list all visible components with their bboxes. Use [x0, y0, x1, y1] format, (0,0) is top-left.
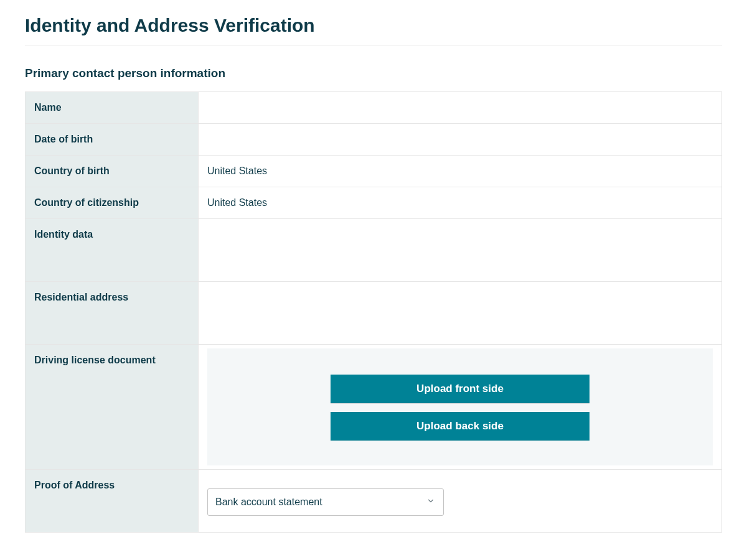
contact-info-table: Name Date of birth Country of birth Unit…: [25, 91, 722, 533]
value-identity-data: [199, 219, 721, 281]
row-driving-license: Driving license document Upload front si…: [26, 345, 721, 470]
label-country-citizenship: Country of citizenship: [26, 187, 199, 218]
value-name: [199, 92, 721, 123]
upload-box: Upload front side Upload back side: [207, 348, 713, 465]
value-residential-address: [199, 282, 721, 344]
section-title: Primary contact person information: [25, 67, 722, 80]
row-proof-of-address: Proof of Address Bank account statement: [26, 470, 721, 532]
value-dob: [199, 124, 721, 155]
label-country-birth: Country of birth: [26, 156, 199, 187]
label-proof-of-address: Proof of Address: [26, 470, 199, 532]
proof-of-address-select[interactable]: Bank account statement: [207, 488, 444, 516]
row-residential-address: Residential address: [26, 282, 721, 345]
row-name: Name: [26, 92, 721, 124]
row-country-birth: Country of birth United States: [26, 156, 721, 187]
label-dob: Date of birth: [26, 124, 199, 155]
proof-select-wrap: Bank account statement: [207, 488, 444, 516]
page-title: Identity and Address Verification: [25, 15, 722, 45]
upload-back-button[interactable]: Upload back side: [331, 412, 590, 441]
label-driving-license: Driving license document: [26, 345, 199, 469]
row-identity-data: Identity data: [26, 219, 721, 282]
proof-of-address-cell: Bank account statement: [199, 470, 721, 532]
upload-front-button[interactable]: Upload front side: [331, 375, 590, 403]
row-dob: Date of birth: [26, 124, 721, 156]
label-identity-data: Identity data: [26, 219, 199, 281]
row-country-citizenship: Country of citizenship United States: [26, 187, 721, 219]
proof-select-value: Bank account statement: [215, 497, 322, 508]
value-country-birth: United States: [199, 156, 721, 187]
value-country-citizenship: United States: [199, 187, 721, 218]
label-name: Name: [26, 92, 199, 123]
driving-license-upload-area: Upload front side Upload back side: [199, 345, 721, 469]
label-residential-address: Residential address: [26, 282, 199, 344]
